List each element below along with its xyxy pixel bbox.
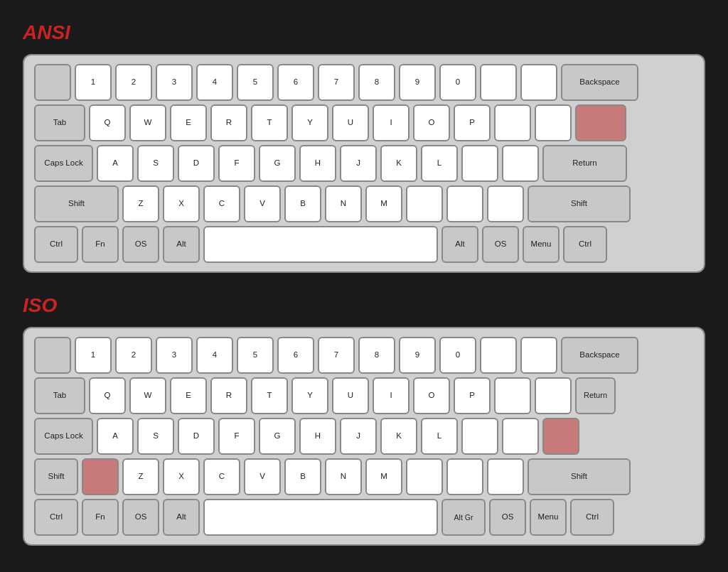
key-o[interactable]: O — [413, 104, 450, 141]
iso-key-m[interactable]: M — [365, 458, 402, 495]
key-u[interactable]: U — [332, 104, 369, 141]
iso-key-x[interactable]: X — [163, 458, 200, 495]
iso-key-raltgr[interactable]: Alt Gr — [441, 499, 486, 536]
iso-key-4[interactable]: 4 — [196, 337, 233, 374]
iso-key-6[interactable]: 6 — [277, 337, 314, 374]
iso-key-b[interactable]: B — [284, 458, 321, 495]
iso-key-8[interactable]: 8 — [358, 337, 395, 374]
key-6[interactable]: 6 — [277, 64, 314, 101]
key-q[interactable]: Q — [89, 104, 126, 141]
key-minus[interactable] — [480, 64, 517, 101]
iso-key-lshift[interactable]: Shift — [34, 458, 78, 495]
iso-key-h[interactable]: H — [299, 418, 336, 455]
key-k[interactable]: K — [380, 145, 417, 182]
iso-key-r[interactable]: R — [210, 377, 247, 414]
key-5[interactable]: 5 — [237, 64, 274, 101]
iso-key-rctrl[interactable]: Ctrl — [570, 499, 614, 536]
iso-key-period[interactable] — [446, 458, 483, 495]
iso-key-rshift[interactable]: Shift — [528, 458, 631, 495]
iso-key-tab[interactable]: Tab — [34, 377, 85, 414]
key-return[interactable]: Return — [542, 145, 627, 182]
key-tab[interactable]: Tab — [34, 104, 85, 141]
iso-key-i[interactable]: I — [373, 377, 410, 414]
key-comma[interactable] — [406, 185, 443, 222]
key-w[interactable]: W — [129, 104, 166, 141]
iso-key-d[interactable]: D — [178, 418, 215, 455]
key-s[interactable]: S — [137, 145, 174, 182]
iso-key-o[interactable]: O — [413, 377, 450, 414]
iso-key-z[interactable]: Z — [122, 458, 159, 495]
key-rbracket[interactable] — [535, 104, 572, 141]
iso-key-u[interactable]: U — [332, 377, 369, 414]
key-m[interactable]: M — [365, 185, 402, 222]
iso-key-backtick[interactable] — [34, 337, 71, 374]
iso-key-rbracket[interactable] — [535, 377, 572, 414]
iso-key-0[interactable]: 0 — [439, 337, 476, 374]
iso-key-p[interactable]: P — [454, 377, 491, 414]
iso-key-t[interactable]: T — [251, 377, 288, 414]
key-y[interactable]: Y — [291, 104, 328, 141]
key-ros[interactable]: OS — [482, 226, 519, 263]
key-backspace[interactable]: Backspace — [561, 64, 638, 101]
iso-key-k[interactable]: K — [380, 418, 417, 455]
iso-key-lalt[interactable]: Alt — [163, 499, 200, 536]
key-j[interactable]: J — [340, 145, 377, 182]
iso-key-comma[interactable] — [406, 458, 443, 495]
iso-key-n[interactable]: N — [325, 458, 362, 495]
key-ralt[interactable]: Alt — [441, 226, 478, 263]
iso-key-menu[interactable]: Menu — [530, 499, 567, 536]
iso-key-semicolon[interactable] — [461, 418, 498, 455]
iso-key-f[interactable]: F — [218, 418, 255, 455]
key-f[interactable]: F — [218, 145, 255, 182]
iso-key-y[interactable]: Y — [291, 377, 328, 414]
key-lalt[interactable]: Alt — [163, 226, 200, 263]
key-d[interactable]: D — [178, 145, 215, 182]
iso-key-s[interactable]: S — [137, 418, 174, 455]
iso-key-7[interactable]: 7 — [318, 337, 355, 374]
iso-key-w[interactable]: W — [129, 377, 166, 414]
iso-key-5[interactable]: 5 — [237, 337, 274, 374]
key-space[interactable] — [203, 226, 438, 263]
iso-key-3[interactable]: 3 — [156, 337, 193, 374]
iso-key-lbracket[interactable] — [494, 377, 531, 414]
key-x[interactable]: X — [163, 185, 200, 222]
key-7[interactable]: 7 — [318, 64, 355, 101]
key-lbracket[interactable] — [494, 104, 531, 141]
iso-key-j[interactable]: J — [340, 418, 377, 455]
key-l[interactable]: L — [421, 145, 458, 182]
iso-key-lctrl[interactable]: Ctrl — [34, 499, 78, 536]
key-quote[interactable] — [502, 145, 539, 182]
key-p[interactable]: P — [454, 104, 491, 141]
key-backtick[interactable] — [34, 64, 71, 101]
iso-key-c[interactable]: C — [203, 458, 240, 495]
iso-key-9[interactable]: 9 — [399, 337, 436, 374]
key-4[interactable]: 4 — [196, 64, 233, 101]
iso-key-l[interactable]: L — [421, 418, 458, 455]
iso-key-quote[interactable] — [502, 418, 539, 455]
key-equals[interactable] — [520, 64, 557, 101]
key-1[interactable]: 1 — [75, 64, 112, 101]
key-b[interactable]: B — [284, 185, 321, 222]
key-9[interactable]: 9 — [399, 64, 436, 101]
key-g[interactable]: G — [259, 145, 296, 182]
key-c[interactable]: C — [203, 185, 240, 222]
iso-key-2[interactable]: 2 — [115, 337, 152, 374]
key-8[interactable]: 8 — [358, 64, 395, 101]
key-capslock[interactable]: Caps Lock — [34, 145, 93, 182]
iso-key-os[interactable]: OS — [122, 499, 159, 536]
key-z[interactable]: Z — [122, 185, 159, 222]
key-2[interactable]: 2 — [115, 64, 152, 101]
key-period[interactable] — [446, 185, 483, 222]
key-backslash[interactable] — [575, 104, 626, 141]
iso-key-e[interactable]: E — [170, 377, 207, 414]
key-i[interactable]: I — [373, 104, 410, 141]
iso-key-extra[interactable] — [82, 458, 119, 495]
iso-key-fn[interactable]: Fn — [82, 499, 119, 536]
iso-key-space[interactable] — [203, 499, 438, 536]
key-lctrl[interactable]: Ctrl — [34, 226, 78, 263]
iso-key-q[interactable]: Q — [89, 377, 126, 414]
iso-key-backspace[interactable]: Backspace — [561, 337, 638, 374]
iso-key-minus[interactable] — [480, 337, 517, 374]
key-slash[interactable] — [487, 185, 524, 222]
key-t[interactable]: T — [251, 104, 288, 141]
